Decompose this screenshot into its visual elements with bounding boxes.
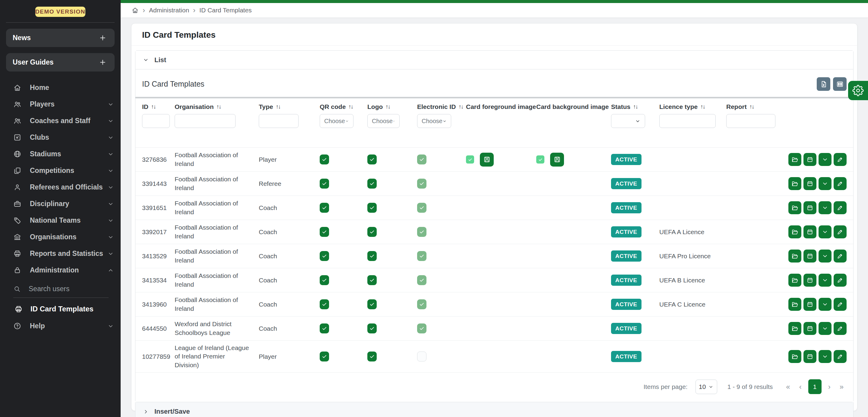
sidebar-item-id-card-templates[interactable]: ID Card Templates <box>0 300 121 318</box>
filter-input[interactable] <box>259 114 299 128</box>
electronic-id-checkbox[interactable] <box>417 275 427 285</box>
edit-template-button[interactable] <box>834 249 846 263</box>
electronic-id-checkbox[interactable] <box>417 324 427 333</box>
foreground-image-checkbox[interactable] <box>466 155 474 163</box>
electronic-id-checkbox[interactable] <box>417 203 427 213</box>
sort-arrows-icon[interactable]: ↑↓ <box>633 103 638 110</box>
expand-row-button[interactable] <box>818 153 832 166</box>
edit-template-button[interactable] <box>834 274 846 287</box>
qr-code-checkbox[interactable] <box>320 203 329 213</box>
page-1-button[interactable]: 1 <box>808 379 822 394</box>
qr-code-checkbox[interactable] <box>320 299 329 309</box>
expand-row-button[interactable] <box>818 226 832 238</box>
next-page-button[interactable]: › <box>826 381 833 392</box>
expand-row-button[interactable] <box>818 350 832 363</box>
expand-row-button[interactable] <box>818 177 832 190</box>
logo-checkbox[interactable] <box>367 352 377 361</box>
logo-checkbox[interactable] <box>367 299 377 309</box>
home-icon[interactable] <box>131 7 139 14</box>
edit-template-button[interactable] <box>834 201 846 214</box>
insert-save-header[interactable]: Insert/Save <box>135 402 853 417</box>
qr-code-checkbox[interactable] <box>320 179 329 188</box>
electronic-id-checkbox[interactable] <box>417 251 427 261</box>
logo-checkbox[interactable] <box>367 275 377 285</box>
logo-checkbox[interactable] <box>367 251 377 261</box>
column-header[interactable]: Electronic ID ↑↓ <box>417 103 466 111</box>
column-header[interactable]: Type ↑↓ <box>259 103 320 111</box>
sort-arrows-icon[interactable]: ↑↓ <box>217 103 221 110</box>
sidebar-nav-item[interactable]: Stadiums <box>0 146 121 162</box>
edit-template-button[interactable] <box>834 350 846 363</box>
open-template-button[interactable] <box>788 350 801 363</box>
open-template-button[interactable] <box>788 177 801 190</box>
sidebar-nav-item[interactable]: Disciplinary <box>0 196 121 212</box>
open-template-button[interactable] <box>788 153 801 166</box>
column-header[interactable]: QR code ↑↓ <box>320 103 367 111</box>
breadcrumb-id-card-templates[interactable]: ID Card Templates <box>199 7 252 14</box>
edit-template-button[interactable] <box>834 298 846 311</box>
logo-checkbox[interactable] <box>367 324 377 333</box>
sidebar-nav-item[interactable]: Clubs <box>0 129 121 146</box>
column-header[interactable]: Card background image ↑↓ <box>536 103 611 111</box>
schedule-button[interactable] <box>803 177 816 190</box>
column-header[interactable]: Status ↑↓ <box>611 103 659 111</box>
open-template-button[interactable] <box>788 274 801 287</box>
qr-code-checkbox[interactable] <box>320 352 329 361</box>
column-header[interactable]: Report ↑↓ <box>726 103 777 111</box>
sidebar-nav-item[interactable]: Players <box>0 96 121 113</box>
expand-row-button[interactable] <box>818 274 832 287</box>
schedule-button[interactable] <box>803 298 816 311</box>
edit-template-button[interactable] <box>834 177 846 190</box>
settings-flyout-button[interactable] <box>848 81 868 100</box>
logo-checkbox[interactable] <box>367 227 377 237</box>
electronic-id-checkbox[interactable] <box>417 299 427 309</box>
electronic-id-checkbox[interactable] <box>417 179 427 188</box>
logo-checkbox[interactable] <box>367 154 377 165</box>
open-template-button[interactable] <box>788 322 801 335</box>
schedule-button[interactable] <box>803 201 816 214</box>
open-template-button[interactable] <box>788 201 801 214</box>
sidebar-nav-item[interactable]: Organisations <box>0 229 121 245</box>
electronic-id-checkbox[interactable] <box>417 154 427 165</box>
qr-code-checkbox[interactable] <box>320 227 329 237</box>
filter-input[interactable] <box>175 114 236 128</box>
edit-template-button[interactable] <box>834 226 846 238</box>
expand-row-button[interactable] <box>818 201 832 214</box>
schedule-button[interactable] <box>803 153 816 166</box>
sidebar-nav-item[interactable]: Home <box>0 79 121 96</box>
qr-code-checkbox[interactable] <box>320 275 329 285</box>
sidebar-nav-item[interactable]: Coaches and Staff <box>0 113 121 129</box>
sidebar-search-users[interactable] <box>13 280 108 298</box>
expand-row-button[interactable] <box>818 322 832 335</box>
filter-input[interactable] <box>659 114 716 128</box>
sort-arrows-icon[interactable]: ↑↓ <box>700 103 705 110</box>
open-template-button[interactable] <box>788 226 801 238</box>
open-template-button[interactable] <box>788 249 801 263</box>
save-foreground-image-button[interactable] <box>480 153 494 167</box>
electronic-id-checkbox[interactable] <box>417 352 427 361</box>
expand-row-button[interactable] <box>818 298 832 311</box>
schedule-button[interactable] <box>803 226 816 238</box>
sidebar-nav-item[interactable]: National Teams <box>0 212 121 229</box>
sort-arrows-icon[interactable]: ↑↓ <box>459 103 463 110</box>
filter-select[interactable]: Choose <box>367 114 400 128</box>
filter-select[interactable]: Choose <box>320 114 353 128</box>
qr-code-checkbox[interactable] <box>320 251 329 261</box>
previous-page-button[interactable]: ‹ <box>797 381 804 392</box>
schedule-button[interactable] <box>803 322 816 335</box>
breadcrumb-administration[interactable]: Administration <box>149 7 189 14</box>
column-header[interactable]: ID ↑↓ <box>142 103 175 111</box>
sidebar-item-help[interactable]: Help <box>0 318 121 334</box>
first-page-button[interactable]: « <box>783 381 792 392</box>
column-header[interactable]: Logo ↑↓ <box>367 103 417 111</box>
sort-arrows-icon[interactable]: ↑↓ <box>749 103 754 110</box>
schedule-button[interactable] <box>803 249 816 263</box>
qr-code-checkbox[interactable] <box>320 324 329 333</box>
export-excel-button[interactable] <box>817 77 830 91</box>
logo-checkbox[interactable] <box>367 203 377 213</box>
filter-select[interactable] <box>611 114 645 128</box>
sidebar-expander-card[interactable]: User Guides <box>6 53 115 71</box>
sidebar-nav-item[interactable]: Referees and Officials <box>0 179 121 196</box>
filter-input[interactable] <box>726 114 775 128</box>
column-header[interactable]: Licence type ↑↓ <box>659 103 726 111</box>
